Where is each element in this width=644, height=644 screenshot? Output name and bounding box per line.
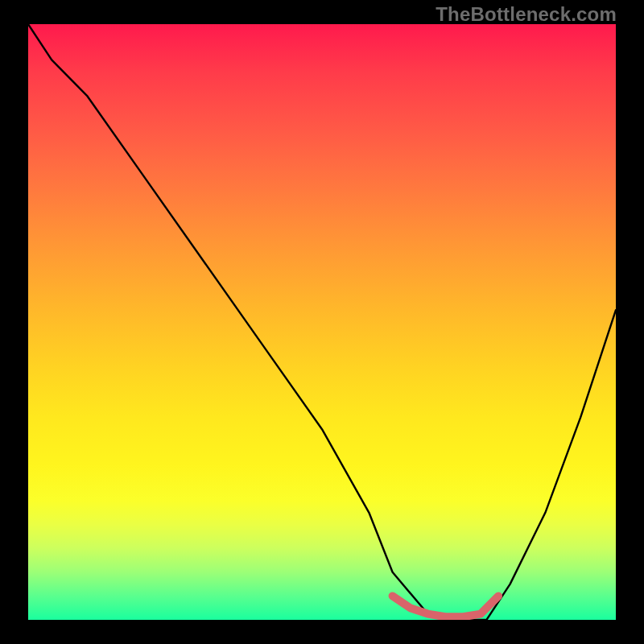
- plot-area: [28, 24, 616, 620]
- optimal-range-highlight: [393, 596, 498, 617]
- bottleneck-curve: [28, 24, 616, 620]
- curve-layer: [28, 24, 616, 620]
- watermark-text: TheBottleneck.com: [436, 3, 617, 26]
- chart-frame: TheBottleneck.com: [0, 0, 644, 644]
